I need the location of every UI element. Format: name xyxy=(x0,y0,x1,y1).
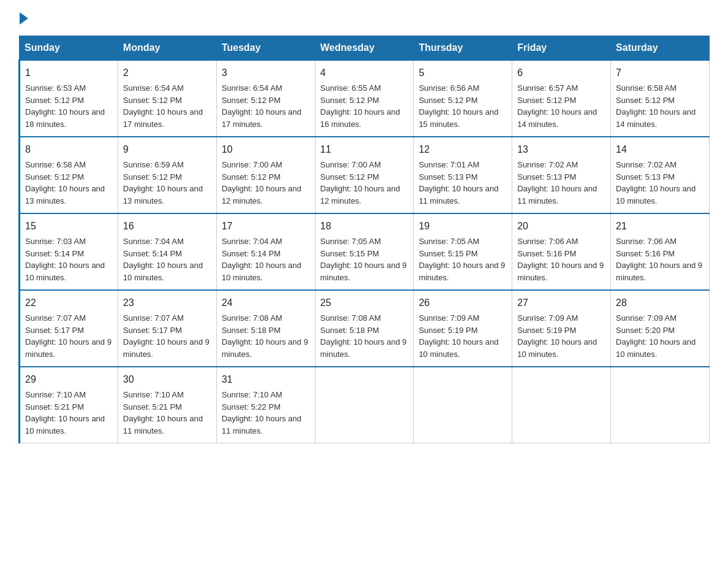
day-number: 12 xyxy=(419,142,507,157)
day-number: 19 xyxy=(419,219,507,234)
calendar-day-cell: 14 Sunrise: 7:02 AM Sunset: 5:13 PM Dayl… xyxy=(611,137,710,213)
calendar-day-cell: 15 Sunrise: 7:03 AM Sunset: 5:14 PM Dayl… xyxy=(20,213,118,290)
day-number: 24 xyxy=(222,296,310,310)
day-sunrise: Sunrise: 6:53 AM xyxy=(25,82,113,94)
day-sunrise: Sunrise: 7:10 AM xyxy=(25,389,113,401)
day-number: 1 xyxy=(25,66,113,80)
day-sunset: Sunset: 5:12 PM xyxy=(419,94,507,107)
day-daylight: Daylight: 10 hours and 14 minutes. xyxy=(517,106,605,130)
day-daylight: Daylight: 10 hours and 18 minutes. xyxy=(25,106,113,130)
day-number: 4 xyxy=(320,66,409,80)
day-daylight: Daylight: 10 hours and 10 minutes. xyxy=(25,413,113,437)
day-daylight: Daylight: 10 hours and 9 minutes. xyxy=(25,336,113,360)
day-sunset: Sunset: 5:13 PM xyxy=(419,171,507,183)
day-sunset: Sunset: 5:19 PM xyxy=(419,324,507,337)
day-sunset: Sunset: 5:14 PM xyxy=(222,248,310,260)
day-number: 16 xyxy=(123,219,211,234)
day-number: 11 xyxy=(320,142,409,157)
logo-arrow-icon xyxy=(20,12,28,25)
calendar-day-cell: 7 Sunrise: 6:58 AM Sunset: 5:12 PM Dayli… xyxy=(611,60,710,137)
calendar-day-cell: 2 Sunrise: 6:54 AM Sunset: 5:12 PM Dayli… xyxy=(118,60,216,137)
calendar-week-row: 22 Sunrise: 7:07 AM Sunset: 5:17 PM Dayl… xyxy=(20,290,710,367)
calendar-week-row: 29 Sunrise: 7:10 AM Sunset: 5:21 PM Dayl… xyxy=(20,367,710,443)
day-daylight: Daylight: 10 hours and 10 minutes. xyxy=(616,336,704,360)
day-sunset: Sunset: 5:12 PM xyxy=(222,94,310,107)
day-sunrise: Sunrise: 6:54 AM xyxy=(123,82,211,94)
calendar-day-cell: 24 Sunrise: 7:08 AM Sunset: 5:18 PM Dayl… xyxy=(216,290,315,367)
day-sunrise: Sunrise: 7:09 AM xyxy=(517,312,605,324)
day-sunrise: Sunrise: 7:01 AM xyxy=(419,159,507,171)
calendar-day-cell: 4 Sunrise: 6:55 AM Sunset: 5:12 PM Dayli… xyxy=(315,60,414,137)
calendar-day-cell: 19 Sunrise: 7:05 AM Sunset: 5:15 PM Dayl… xyxy=(414,213,512,290)
calendar-day-cell xyxy=(414,367,512,443)
day-sunset: Sunset: 5:13 PM xyxy=(616,171,704,183)
weekday-header-friday: Friday xyxy=(512,36,611,61)
day-number: 25 xyxy=(320,296,409,310)
day-sunset: Sunset: 5:12 PM xyxy=(320,171,409,183)
calendar-day-cell: 30 Sunrise: 7:10 AM Sunset: 5:21 PM Dayl… xyxy=(118,367,216,443)
calendar-day-cell xyxy=(611,367,710,443)
day-daylight: Daylight: 10 hours and 16 minutes. xyxy=(320,106,409,130)
calendar-day-cell: 28 Sunrise: 7:09 AM Sunset: 5:20 PM Dayl… xyxy=(611,290,710,367)
day-sunset: Sunset: 5:12 PM xyxy=(25,94,113,107)
day-sunrise: Sunrise: 6:57 AM xyxy=(517,82,605,94)
day-sunset: Sunset: 5:15 PM xyxy=(320,248,409,260)
day-daylight: Daylight: 10 hours and 17 minutes. xyxy=(222,106,310,130)
page-header xyxy=(18,12,710,25)
logo xyxy=(18,12,29,25)
calendar-day-cell: 26 Sunrise: 7:09 AM Sunset: 5:19 PM Dayl… xyxy=(414,290,512,367)
weekday-header-row: SundayMondayTuesdayWednesdayThursdayFrid… xyxy=(20,36,710,61)
day-number: 7 xyxy=(616,66,704,80)
day-sunset: Sunset: 5:12 PM xyxy=(25,171,113,183)
day-sunset: Sunset: 5:12 PM xyxy=(320,94,409,107)
day-number: 8 xyxy=(25,142,113,157)
day-sunset: Sunset: 5:14 PM xyxy=(123,248,211,260)
calendar-day-cell: 1 Sunrise: 6:53 AM Sunset: 5:12 PM Dayli… xyxy=(20,60,118,137)
calendar-day-cell: 12 Sunrise: 7:01 AM Sunset: 5:13 PM Dayl… xyxy=(414,137,512,213)
calendar-day-cell: 25 Sunrise: 7:08 AM Sunset: 5:18 PM Dayl… xyxy=(315,290,414,367)
day-number: 10 xyxy=(222,142,310,157)
day-sunrise: Sunrise: 7:04 AM xyxy=(123,236,211,248)
day-number: 22 xyxy=(25,296,113,310)
day-daylight: Daylight: 10 hours and 9 minutes. xyxy=(517,259,605,283)
calendar-week-row: 15 Sunrise: 7:03 AM Sunset: 5:14 PM Dayl… xyxy=(20,213,710,290)
day-number: 6 xyxy=(517,66,605,80)
day-sunrise: Sunrise: 7:07 AM xyxy=(123,312,211,324)
calendar-day-cell: 31 Sunrise: 7:10 AM Sunset: 5:22 PM Dayl… xyxy=(216,367,315,443)
day-sunset: Sunset: 5:18 PM xyxy=(222,324,310,337)
calendar-week-row: 8 Sunrise: 6:58 AM Sunset: 5:12 PM Dayli… xyxy=(20,137,710,213)
day-sunset: Sunset: 5:12 PM xyxy=(123,171,211,183)
day-number: 30 xyxy=(123,372,211,387)
day-daylight: Daylight: 10 hours and 9 minutes. xyxy=(419,259,507,283)
day-sunset: Sunset: 5:12 PM xyxy=(517,94,605,107)
calendar-day-cell: 22 Sunrise: 7:07 AM Sunset: 5:17 PM Dayl… xyxy=(20,290,118,367)
calendar-day-cell: 9 Sunrise: 6:59 AM Sunset: 5:12 PM Dayli… xyxy=(118,137,216,213)
day-sunset: Sunset: 5:20 PM xyxy=(616,324,704,337)
day-sunset: Sunset: 5:14 PM xyxy=(25,248,113,260)
day-sunset: Sunset: 5:16 PM xyxy=(616,248,704,260)
day-daylight: Daylight: 10 hours and 12 minutes. xyxy=(320,183,409,207)
day-sunrise: Sunrise: 6:54 AM xyxy=(222,82,310,94)
calendar-day-cell: 16 Sunrise: 7:04 AM Sunset: 5:14 PM Dayl… xyxy=(118,213,216,290)
calendar-body: 1 Sunrise: 6:53 AM Sunset: 5:12 PM Dayli… xyxy=(20,60,710,443)
day-sunrise: Sunrise: 6:55 AM xyxy=(320,82,409,94)
day-daylight: Daylight: 10 hours and 9 minutes. xyxy=(123,336,211,360)
day-sunrise: Sunrise: 7:04 AM xyxy=(222,236,310,248)
day-daylight: Daylight: 10 hours and 10 minutes. xyxy=(616,183,704,207)
day-daylight: Daylight: 10 hours and 11 minutes. xyxy=(517,183,605,207)
day-sunrise: Sunrise: 7:02 AM xyxy=(616,159,704,171)
day-sunrise: Sunrise: 7:06 AM xyxy=(616,236,704,248)
calendar-day-cell: 17 Sunrise: 7:04 AM Sunset: 5:14 PM Dayl… xyxy=(216,213,315,290)
day-daylight: Daylight: 10 hours and 11 minutes. xyxy=(419,183,507,207)
day-number: 31 xyxy=(222,372,310,387)
day-number: 14 xyxy=(616,142,704,157)
day-sunset: Sunset: 5:15 PM xyxy=(419,248,507,260)
day-sunset: Sunset: 5:17 PM xyxy=(25,324,113,337)
day-daylight: Daylight: 10 hours and 9 minutes. xyxy=(320,336,409,360)
day-sunrise: Sunrise: 6:58 AM xyxy=(25,159,113,171)
day-number: 20 xyxy=(517,219,605,234)
calendar-header: SundayMondayTuesdayWednesdayThursdayFrid… xyxy=(20,36,710,61)
day-number: 5 xyxy=(419,66,507,80)
calendar-day-cell: 23 Sunrise: 7:07 AM Sunset: 5:17 PM Dayl… xyxy=(118,290,216,367)
weekday-header-monday: Monday xyxy=(118,36,216,61)
